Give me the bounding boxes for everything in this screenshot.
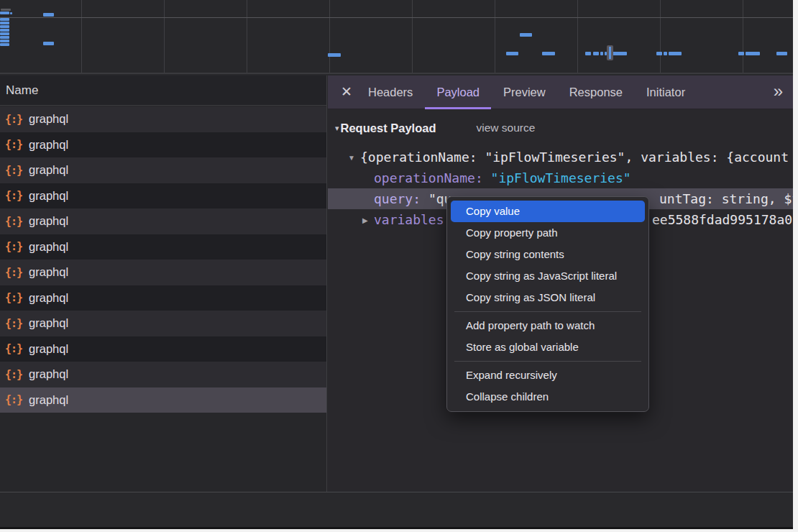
waterfall-bar (43, 13, 54, 17)
property-key: variables (374, 209, 444, 230)
details-tab-bar: ✕ HeadersPayloadPreviewResponseInitiator… (328, 75, 793, 109)
request-payload-title: Request Payload (341, 121, 436, 135)
menu-item-copy-property-path[interactable]: Copy property path (451, 222, 645, 244)
request-name: graphql (29, 214, 68, 228)
timeline-row-divider (0, 17, 793, 18)
request-row[interactable]: {:}graphql (0, 183, 326, 209)
waterfall-bar (656, 52, 662, 55)
waterfall-bar (0, 36, 9, 39)
tab-headers[interactable]: Headers (368, 75, 413, 109)
timeline-marker (607, 45, 613, 60)
json-request-icon: {:} (5, 368, 22, 381)
timeline-gridline (660, 0, 661, 74)
request-name: graphql (29, 291, 68, 305)
waterfall-bar (0, 43, 9, 46)
request-row[interactable]: {:}graphql (0, 157, 326, 183)
request-row[interactable]: {:}graphql (0, 285, 326, 311)
timeline-gridline (329, 0, 330, 74)
json-request-icon: {:} (5, 240, 22, 253)
menu-item-copy-string-contents[interactable]: Copy string contents (451, 244, 645, 265)
collapse-caret-icon[interactable]: ▾ (335, 124, 339, 133)
tab-preview[interactable]: Preview (503, 75, 546, 109)
request-name: graphql (29, 316, 68, 330)
waterfall-bar (0, 40, 9, 42)
request-payload-header: ▾ Request Payload view source (335, 117, 535, 139)
timeline-gridline (81, 0, 82, 74)
tab-initiator[interactable]: Initiator (646, 75, 685, 109)
property-key: query: (374, 191, 421, 206)
waterfall-bar (746, 52, 760, 55)
request-list-panel: Name {:}graphql{:}graphql{:}graphql{:}gr… (0, 75, 327, 492)
tab-response[interactable]: Response (569, 75, 623, 109)
view-source-link[interactable]: view source (477, 121, 536, 134)
request-name: graphql (29, 393, 68, 407)
request-row[interactable]: {:}graphql (0, 234, 326, 260)
name-column-header[interactable]: Name (0, 75, 326, 106)
json-request-icon: {:} (5, 342, 22, 355)
timeline-gridline (412, 0, 413, 74)
menu-separator (454, 311, 641, 312)
waterfall-bar (600, 52, 603, 55)
request-row[interactable]: {:}graphql (0, 132, 326, 158)
payload-preview-text: {operationName: "ipFlowTimeseries", vari… (360, 147, 789, 168)
waterfall-bar (593, 52, 599, 55)
waterfall-bar (506, 52, 518, 55)
menu-item-copy-string-as-javascript-literal[interactable]: Copy string as JavaScript literal (451, 265, 645, 287)
json-request-icon: {:} (5, 266, 22, 279)
json-request-icon: {:} (5, 215, 22, 228)
json-request-icon: {:} (5, 189, 22, 202)
request-row[interactable]: {:}graphql (0, 106, 326, 132)
waterfall-bar (542, 52, 555, 55)
request-row[interactable]: {:}graphql (0, 260, 326, 285)
json-request-icon: {:} (5, 317, 22, 330)
request-name: graphql (29, 138, 68, 152)
waterfall-bar (0, 22, 9, 24)
waterfall-bar (43, 42, 54, 45)
waterfall-bar (0, 29, 9, 32)
waterfall-bar (0, 32, 9, 35)
waterfall-bar (0, 25, 9, 28)
json-request-icon: {:} (5, 138, 22, 151)
json-request-icon: {:} (5, 291, 22, 304)
window-bottom-edge (0, 527, 793, 529)
request-row[interactable]: {:}graphql (0, 208, 326, 234)
request-name: graphql (29, 189, 68, 203)
timeline-gridline (247, 0, 247, 74)
expand-caret-icon[interactable]: ▼ (348, 147, 355, 168)
context-menu: Copy valueCopy property pathCopy string … (446, 196, 649, 412)
request-row[interactable]: {:}graphql (0, 362, 326, 387)
waterfall-bar (10, 12, 12, 15)
request-row[interactable]: {:}graphql (0, 311, 326, 336)
menu-item-copy-string-as-json-literal[interactable]: Copy string as JSON literal (451, 287, 645, 308)
request-name: graphql (29, 265, 68, 279)
more-tabs-icon[interactable]: » (774, 75, 783, 109)
menu-item-expand-recursively[interactable]: Expand recursively (451, 364, 645, 386)
payload-root-row[interactable]: ▼ {operationName: "ipFlowTimeseries", va… (328, 147, 793, 168)
network-overview-timeline[interactable] (0, 0, 793, 74)
request-name: graphql (29, 240, 68, 254)
property-key: operationName: (374, 170, 483, 185)
json-request-icon: {:} (5, 393, 22, 406)
request-row[interactable]: {:}graphql (0, 387, 326, 413)
request-name: graphql (29, 112, 68, 126)
request-name: graphql (29, 163, 68, 177)
json-request-icon: {:} (5, 164, 22, 177)
request-name: graphql (29, 367, 68, 381)
operation-name-row[interactable]: operationName: "ipFlowTimeseries" (328, 168, 793, 188)
waterfall-bar (585, 52, 591, 55)
menu-item-copy-value[interactable]: Copy value (451, 201, 645, 222)
menu-item-store-as-global-variable[interactable]: Store as global variable (451, 336, 645, 358)
menu-item-add-property-path-to-watch[interactable]: Add property path to watch (451, 315, 645, 336)
json-request-icon: {:} (5, 113, 22, 126)
tab-payload[interactable]: Payload (436, 75, 480, 109)
waterfall-bar (1, 9, 11, 11)
waterfall-bar (738, 52, 744, 55)
tabs-container: HeadersPayloadPreviewResponseInitiator (368, 75, 685, 109)
waterfall-bar (0, 18, 9, 21)
request-row[interactable]: {:}graphql (0, 336, 326, 362)
close-icon[interactable]: ✕ (336, 75, 357, 109)
timeline-gridline (743, 0, 743, 74)
waterfall-bar (0, 12, 9, 14)
expand-caret-icon[interactable]: ▶ (362, 210, 368, 230)
menu-item-collapse-children[interactable]: Collapse children (451, 386, 645, 408)
